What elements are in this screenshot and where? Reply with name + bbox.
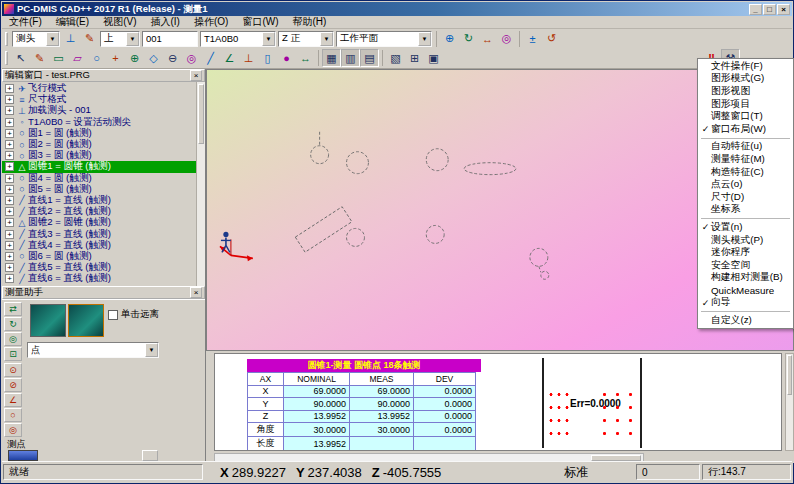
auto-circle-icon[interactable]: ⊕ [125,49,144,67]
dimension-icon[interactable]: ↔ [296,49,315,67]
menu-insert[interactable]: 插入(I) [143,16,186,28]
titlebar[interactable]: PC-DMIS CAD++ 2017 R1 (Release) - 测量1 _ … [2,2,792,16]
expand-icon[interactable]: + [5,218,14,227]
point-feature-icon[interactable]: + [106,49,125,67]
expand-icon[interactable]: + [5,185,14,194]
minimize-button[interactable]: _ [749,4,762,15]
command-tree[interactable]: +✈飞行模式 +≡尺寸格式 +⊥加载测头 - 001 +◦T1A0B0 = 设置… [2,82,205,286]
expand-icon[interactable]: + [5,274,14,283]
menu-edit[interactable]: 编辑(E) [49,16,96,28]
rotate-view-icon[interactable]: ↻ [4,317,22,331]
expand-icon[interactable]: + [5,241,14,250]
plane-feature-icon[interactable]: ⊥ [239,49,258,67]
target-icon[interactable]: ◎ [182,49,201,67]
assistant-header[interactable]: 测量助手 × [2,286,205,299]
close-icon[interactable]: × [190,287,202,298]
menu-item-auto-features[interactable]: 自动特征(u) [698,141,793,154]
expand-icon[interactable]: + [5,196,14,205]
sphere-feature-icon[interactable]: ● [277,49,296,67]
single-view-icon[interactable]: ▦ [322,49,341,67]
expand-icon[interactable]: + [5,95,14,104]
menu-item-mini-routines[interactable]: 迷你程序 [698,246,793,259]
probe-file-input[interactable] [142,31,198,47]
report-window-icon[interactable]: ▧ [386,49,405,67]
zoom-view-icon[interactable]: ◎ [4,332,22,346]
resize-grip[interactable] [142,450,158,461]
zoom-fit-icon[interactable]: ◎ [497,30,516,48]
report-body[interactable]: 圆锥1-测量 圆锥点 18条触测 AX NOMINAL MEAS DEV X 6… [214,353,782,451]
menu-item-adjust-window[interactable]: 调整窗口(T) [698,110,793,123]
fit-view-icon[interactable]: ⊡ [4,347,22,361]
chevron-down-icon[interactable]: ▼ [418,32,431,46]
toolbar-grip[interactable] [5,51,8,65]
menu-item-customize[interactable]: 自定义(z) [698,314,793,327]
scale-icon[interactable]: ± [523,30,542,48]
click-away-option[interactable]: 单击远离 [108,308,159,321]
menu-view[interactable]: 视图(V) [96,16,143,28]
menu-window[interactable]: 窗口(W) [235,16,285,28]
circle-feature-icon[interactable]: ○ [87,49,106,67]
expand-icon[interactable]: + [5,174,14,183]
quad-view-icon[interactable]: ▤ [360,49,379,67]
menu-item-graphic-views[interactable]: 图形视图 [698,85,793,98]
close-icon[interactable]: × [190,70,202,81]
edit-window-icon[interactable]: ▣ [424,49,443,67]
menu-item-wizards[interactable]: ✓向导 [698,297,793,310]
chevron-down-icon[interactable]: ▼ [320,32,333,46]
expand-icon[interactable]: + [5,140,14,149]
menu-help[interactable]: 帮助(H) [285,16,333,28]
maximize-button[interactable]: □ [763,4,776,15]
probe-preview-2[interactable] [68,304,104,337]
rotate-icon[interactable]: ↻ [459,30,478,48]
tree-item[interactable]: +╱直线6 = 直线 (触测) [2,273,205,284]
select-tool-icon[interactable]: ↖ [11,49,30,67]
target-measure-icon[interactable]: ◎ [4,423,22,437]
scrollbar-thumb[interactable] [787,355,792,395]
diamond-feature-icon[interactable]: ◇ [144,49,163,67]
expand-icon[interactable]: + [5,263,14,272]
menu-item-graphic-items[interactable]: 图形项目 [698,98,793,111]
edit-window-header[interactable]: 编辑窗口 - test.PRG × [2,69,205,82]
sketch-tool-icon[interactable]: ✎ [30,49,49,67]
edge-point-icon[interactable]: ⊘ [4,378,22,392]
expand-icon[interactable]: + [5,230,14,239]
slot-feature-icon[interactable]: ⊖ [163,49,182,67]
graphic-window-icon[interactable]: ⊞ [405,49,424,67]
chevron-down-icon[interactable]: ▼ [46,32,59,46]
expand-icon[interactable]: + [5,84,14,93]
feature-type-combo[interactable]: 点 ▼ [27,342,159,358]
report-vertical-scrollbar[interactable] [785,353,794,451]
surface-point-icon[interactable]: ⊙ [4,363,22,377]
menu-item-pointcloud[interactable]: 点云(o) [698,178,793,191]
active-tip-combo[interactable]: T1A0B0 ▼ [200,31,276,47]
menu-item-measured-features[interactable]: 测量特征(M) [698,153,793,166]
expand-icon[interactable]: + [5,129,14,138]
probe-utilities-icon[interactable]: ⊥ [61,30,80,48]
view-combo[interactable]: 工作平面 ▼ [336,31,432,47]
probe-combo[interactable]: 测头 ▼ [12,31,60,47]
menu-item-graphic-modes[interactable]: 图形模式(G) [698,73,793,86]
translate-icon[interactable]: ↔ [478,30,497,48]
line-feature-icon[interactable]: ╱ [201,49,220,67]
split-view-icon[interactable]: ▥ [341,49,360,67]
circle-measure-icon[interactable]: ○ [4,408,22,422]
scrollbar-thumb[interactable] [198,84,204,144]
tree-scrollbar[interactable] [196,82,205,286]
menu-file[interactable]: 文件(F) [2,16,49,28]
pan-view-icon[interactable]: ⇄ [4,302,22,316]
toolbar-grip[interactable] [5,32,8,46]
angle-dimension-icon[interactable]: ∠ [220,49,239,67]
close-button[interactable]: × [777,4,790,15]
expand-icon[interactable]: + [5,118,14,127]
probe-preview-1[interactable] [30,304,66,337]
expand-icon[interactable]: + [5,252,14,261]
polygon-tool-icon[interactable]: ▱ [68,49,87,67]
erase-tool-icon[interactable]: ▭ [49,49,68,67]
probe-mode-combo[interactable]: 上 ▼ [100,31,140,47]
expand-icon[interactable]: + [5,151,14,160]
alignment-icon[interactable]: ⊕ [440,30,459,48]
menu-item-probe-mode[interactable]: 测头模式(P) [698,234,793,247]
menu-item-settings[interactable]: ✓设置(n) [698,221,793,234]
color-swatch[interactable] [8,450,38,461]
menu-item-coordinate-system[interactable]: 坐标系 [698,204,793,217]
